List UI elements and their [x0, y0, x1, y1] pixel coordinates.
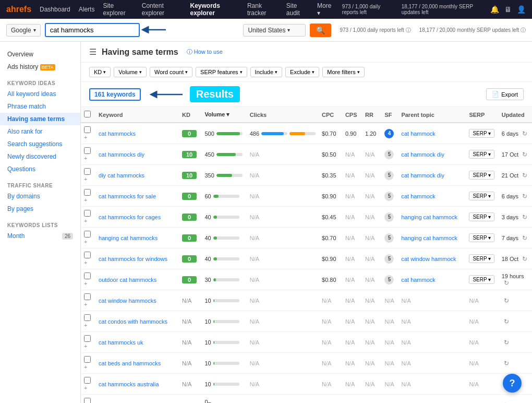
serp-button[interactable]: SERP ▾ [469, 275, 494, 284]
th-clicks[interactable]: Clicks [247, 107, 319, 123]
keyword-link[interactable]: cat beds and hammocks [99, 360, 161, 366]
serp-button[interactable]: SERP ▾ [469, 233, 494, 242]
sidebar-item-overview[interactable]: Overview [0, 48, 80, 61]
plus-icon[interactable]: + [84, 322, 87, 328]
nav-rank-tracker[interactable]: Rank tracker [247, 2, 278, 17]
filter-exclude[interactable]: Exclude ▾ [285, 67, 319, 77]
serp-button[interactable]: SERP ▾ [469, 129, 494, 138]
refresh-icon[interactable]: ↻ [504, 279, 509, 287]
serp-button[interactable]: SERP ▾ [469, 192, 494, 200]
row-checkbox[interactable] [84, 147, 91, 154]
refresh-icon[interactable]: ↻ [504, 339, 509, 346]
plus-icon[interactable]: + [84, 176, 87, 182]
nav-site-explorer[interactable]: Site explorer [103, 2, 133, 17]
keyword-link[interactable]: cat hammocks diy [99, 151, 144, 158]
filter-more-filters[interactable]: More filters ▾ [322, 67, 364, 77]
bell-icon[interactable]: 🔔 [490, 5, 499, 14]
keyword-link[interactable]: cat hammocks uk [99, 339, 143, 346]
sidebar-item-having-same-terms[interactable]: Having same terms [0, 113, 80, 125]
parent-topic-link[interactable]: cat hammock [401, 277, 435, 283]
th-sf[interactable]: SF [381, 107, 398, 123]
sidebar-item-by-domains[interactable]: By domains [0, 190, 80, 203]
filter-kd[interactable]: KD ▾ [89, 67, 111, 77]
row-checkbox[interactable] [84, 272, 91, 279]
th-cpc[interactable]: CPC [319, 107, 342, 123]
refresh-icon[interactable]: ↻ [504, 401, 509, 404]
plus-icon[interactable]: + [84, 301, 87, 307]
parent-topic-link[interactable]: cat hammock [401, 131, 435, 137]
serp-button[interactable]: SERP ▾ [469, 212, 494, 221]
th-rr[interactable]: RR [362, 107, 381, 123]
row-checkbox[interactable] [84, 210, 91, 217]
th-keyword[interactable]: Keyword [95, 107, 179, 123]
serp-button[interactable]: SERP ▾ [469, 254, 494, 263]
plus-icon[interactable]: + [84, 134, 87, 140]
refresh-icon[interactable]: ↻ [522, 151, 527, 158]
plus-icon[interactable]: + [84, 259, 87, 266]
row-checkbox[interactable] [84, 398, 91, 403]
row-checkbox[interactable] [84, 189, 91, 196]
nav-dashboard[interactable]: Dashboard [40, 6, 70, 13]
sidebar-item-ads-history[interactable]: Ads history BETA [0, 61, 80, 73]
refresh-icon[interactable]: ↻ [522, 130, 527, 137]
th-parent-topic[interactable]: Parent topic [398, 107, 466, 123]
monitor-icon[interactable]: 🖥 [504, 5, 512, 14]
keyword-link[interactable]: cat condos with hammocks [99, 318, 167, 325]
plus-icon[interactable]: + [84, 155, 87, 161]
th-volume[interactable]: Volume ▾ [201, 107, 246, 123]
filter-include[interactable]: Include ▾ [250, 67, 282, 77]
row-checkbox[interactable] [84, 231, 91, 238]
parent-topic-link[interactable]: cat hammock [401, 193, 435, 199]
refresh-icon[interactable]: ↻ [504, 297, 509, 304]
keyword-link[interactable]: cat hammocks for cages [99, 214, 161, 220]
help-bubble[interactable]: ? [503, 374, 522, 393]
nav-alerts[interactable]: Alerts [79, 6, 95, 13]
filter-serp-features[interactable]: SERP features ▾ [196, 67, 247, 77]
export-button[interactable]: 📄 Export [486, 88, 524, 100]
row-checkbox[interactable] [84, 126, 91, 133]
parent-topic-link[interactable]: hanging cat hammock [401, 235, 457, 241]
sidebar-item-questions[interactable]: Questions [0, 163, 80, 175]
row-checkbox[interactable] [84, 314, 91, 321]
sidebar-item-phrase-match[interactable]: Phrase match [0, 100, 80, 113]
keyword-link[interactable]: outdoor cat hammocks [99, 277, 156, 283]
keyword-link[interactable]: cat hammocks for windows [99, 256, 167, 262]
nav-site-audit[interactable]: Site audit [286, 2, 309, 17]
sidebar-item-search-suggestions[interactable]: Search suggestions [0, 138, 80, 150]
th-kd[interactable]: KD [179, 107, 201, 123]
engine-select[interactable]: Google ▾ [6, 24, 41, 37]
user-icon[interactable]: 👤 [517, 5, 526, 14]
keyword-link[interactable]: cat hammocks for sale [99, 193, 156, 199]
select-all-checkbox[interactable] [84, 111, 91, 117]
parent-topic-link[interactable]: cat hammock diy [401, 172, 444, 179]
row-checkbox[interactable] [84, 335, 91, 342]
sidebar-item-newly-discovered[interactable]: Newly discovered [0, 150, 80, 163]
th-checkbox[interactable] [81, 107, 95, 123]
refresh-icon[interactable]: ↻ [504, 318, 509, 325]
refresh-icon[interactable]: ↻ [522, 172, 527, 179]
sidebar-item-all-keyword-ideas[interactable]: All keyword ideas [0, 88, 80, 100]
refresh-icon[interactable]: ↻ [522, 234, 527, 242]
sidebar-item-also-rank-for[interactable]: Also rank for [0, 125, 80, 138]
parent-topic-link[interactable]: hanging cat hammock [401, 214, 457, 220]
keyword-link[interactable]: hanging cat hammocks [99, 235, 158, 241]
serp-button[interactable]: SERP ▾ [469, 171, 494, 180]
nav-more[interactable]: More ▾ [317, 2, 334, 17]
refresh-icon[interactable]: ↻ [522, 193, 527, 200]
keyword-link[interactable]: diy cat hammocks [99, 172, 144, 179]
nav-keywords-explorer[interactable]: Keywords explorer [190, 2, 238, 17]
search-input[interactable] [45, 23, 140, 37]
th-serp[interactable]: SERP [466, 107, 498, 123]
row-checkbox[interactable] [84, 293, 91, 300]
filter-word-count[interactable]: Word count ▾ [150, 67, 192, 77]
plus-icon[interactable]: + [84, 343, 87, 349]
sidebar-item-month[interactable]: Month 26 [0, 230, 80, 242]
parent-topic-link[interactable]: cat hammock diy [401, 151, 444, 158]
keyword-link[interactable]: cat window hammocks [99, 298, 156, 304]
plus-icon[interactable]: + [84, 239, 87, 245]
filter-volume[interactable]: Volume ▾ [114, 67, 147, 77]
parent-topic-link[interactable]: cat window hammock [401, 256, 456, 262]
row-checkbox[interactable] [84, 252, 91, 258]
nav-content-explorer[interactable]: Content explorer [142, 2, 182, 17]
plus-icon[interactable]: + [84, 280, 87, 287]
